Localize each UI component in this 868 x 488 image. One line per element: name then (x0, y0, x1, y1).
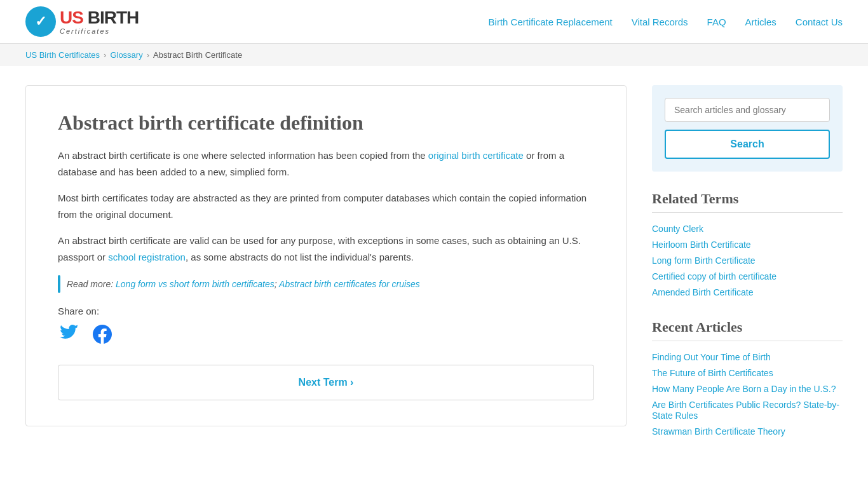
next-term-button[interactable]: Next Term › (58, 365, 594, 400)
logo[interactable]: ✓ US BIRTH Certificates (25, 6, 139, 37)
list-item: Heirloom Birth Certificate (652, 236, 843, 252)
breadcrumb-sep-2: › (147, 50, 149, 60)
search-input[interactable] (665, 98, 830, 122)
related-term-long-form[interactable]: Long form Birth Certificate (652, 255, 756, 266)
nav-birth-certificate-replacement[interactable]: Birth Certificate Replacement (489, 17, 613, 27)
recent-articles-section: Recent Articles Finding Out Your Time of… (652, 319, 843, 439)
share-icons (58, 323, 594, 346)
logo-us: US BIRTH (60, 8, 139, 28)
breadcrumb-home[interactable]: US Birth Certificates (25, 50, 100, 60)
list-item: Strawman Birth Certificate Theory (652, 423, 843, 439)
article-strawman-theory[interactable]: Strawman Birth Certificate Theory (652, 426, 785, 437)
article-finding-out-time-of-birth[interactable]: Finding Out Your Time of Birth (652, 352, 771, 362)
article-public-records[interactable]: Are Birth Certificates Public Records? S… (652, 400, 839, 421)
read-more-text: Read more: Long form vs short form birth… (67, 279, 420, 289)
nav-contact-us[interactable]: Contact Us (796, 17, 843, 27)
twitter-share-button[interactable] (58, 323, 81, 346)
paragraph-3: An abstract birth certificate are valid … (58, 233, 594, 265)
content-card: Abstract birth certificate definition An… (25, 85, 627, 426)
search-box: Search (652, 85, 843, 172)
related-term-heirloom[interactable]: Heirloom Birth Certificate (652, 240, 751, 250)
read-more-box: Read more: Long form vs short form birth… (58, 275, 594, 293)
main-nav: Birth Certificate Replacement Vital Reco… (489, 17, 843, 27)
list-item: How Many People Are Born a Day in the U.… (652, 381, 843, 396)
page-title: Abstract birth certificate definition (58, 111, 594, 135)
para3-text-after: , as some abstracts do not list the indi… (186, 252, 414, 262)
blue-bar-accent (58, 275, 60, 293)
para1-text-before: An abstract birth certificate is one whe… (58, 150, 428, 161)
list-item: Are Birth Certificates Public Records? S… (652, 396, 843, 423)
school-registration-link[interactable]: school registration (108, 252, 186, 262)
article-how-many-born[interactable]: How Many People Are Born a Day in the U.… (652, 384, 836, 394)
site-header: ✓ US BIRTH Certificates Birth Certificat… (0, 0, 868, 44)
recent-articles-title: Recent Articles (652, 319, 843, 341)
related-term-amended[interactable]: Amended Birth Certificate (652, 287, 754, 297)
nav-faq[interactable]: FAQ (707, 17, 726, 27)
facebook-share-button[interactable] (91, 323, 114, 346)
breadcrumb-sep-1: › (104, 50, 106, 60)
list-item: Amended Birth Certificate (652, 284, 843, 300)
nav-vital-records[interactable]: Vital Records (632, 17, 688, 27)
recent-articles-list: Finding Out Your Time of Birth The Futur… (652, 349, 843, 439)
breadcrumb-glossary[interactable]: Glossary (110, 50, 142, 60)
paragraph-2: Most birth certificates today are abstra… (58, 190, 594, 222)
read-more-link-2[interactable]: Abstract birth certificates for cruises (279, 279, 420, 289)
breadcrumb-current: Abstract Birth Certificate (153, 50, 242, 60)
nav-articles[interactable]: Articles (745, 17, 776, 27)
read-more-label: Read more: (67, 279, 113, 289)
original-birth-cert-link[interactable]: original birth certificate (428, 150, 524, 161)
list-item: Finding Out Your Time of Birth (652, 349, 843, 365)
sidebar: Search Related Terms County Clerk Heirlo… (652, 85, 843, 439)
list-item: Long form Birth Certificate (652, 252, 843, 268)
share-label: Share on: (58, 306, 594, 316)
related-term-county-clerk[interactable]: County Clerk (652, 224, 703, 234)
list-item: Certified copy of birth certificate (652, 268, 843, 284)
main-layout: Abstract birth certificate definition An… (0, 66, 868, 458)
related-terms-list: County Clerk Heirloom Birth Certificate … (652, 220, 843, 300)
related-terms-title: Related Terms (652, 191, 843, 213)
logo-icon: ✓ (25, 6, 56, 37)
related-terms-section: Related Terms County Clerk Heirloom Birt… (652, 191, 843, 300)
logo-certificates: Certificates (60, 27, 139, 35)
search-button[interactable]: Search (665, 130, 830, 159)
related-term-certified-copy[interactable]: Certified copy of birth certificate (652, 271, 776, 281)
share-section: Share on: (58, 306, 594, 346)
list-item: The Future of Birth Certificates (652, 365, 843, 381)
paragraph-1: An abstract birth certificate is one whe… (58, 147, 594, 180)
article-future-of-birth-certs[interactable]: The Future of Birth Certificates (652, 368, 773, 378)
list-item: County Clerk (652, 220, 843, 236)
logo-text-group: US BIRTH Certificates (60, 8, 139, 36)
read-more-link-1[interactable]: Long form vs short form birth certificat… (116, 279, 275, 289)
breadcrumb: US Birth Certificates › Glossary › Abstr… (0, 44, 868, 66)
